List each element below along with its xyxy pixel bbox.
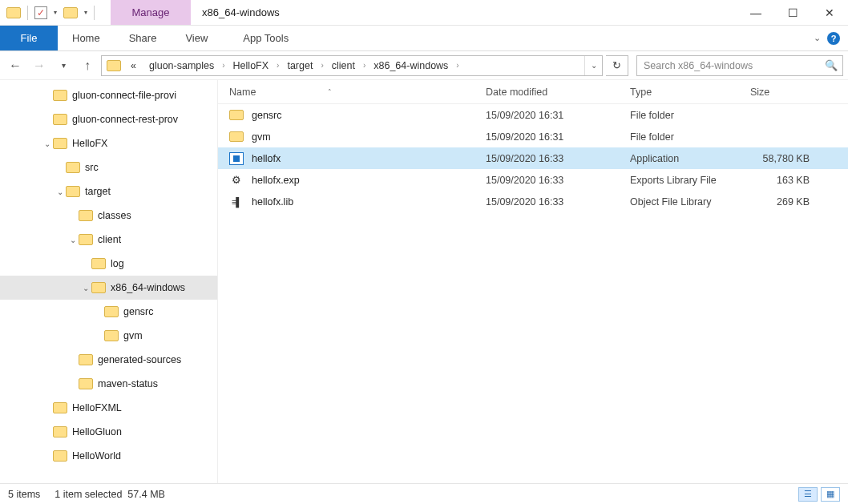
tree-node-label: target [85,186,111,197]
column-name[interactable]: Name ˄ [229,87,486,98]
file-row[interactable]: gensrc15/09/2020 16:31File folder [218,104,848,126]
back-button[interactable]: ← [5,55,26,76]
qat-properties-icon[interactable]: ✓ [34,6,47,19]
status-item-count: 5 items [8,489,40,500]
file-type: File folder [630,131,750,143]
search-input[interactable] [642,59,825,72]
manage-tab[interactable]: Manage [111,0,191,25]
tree-node[interactable]: ⌄target [0,179,217,204]
tree-node[interactable]: generated-sources [0,348,217,372]
file-pane: Name ˄ Date modified Type Size gensrc15/… [218,80,848,483]
file-name: hellofx [252,153,281,164]
column-date[interactable]: Date modified [486,87,630,98]
share-tab[interactable]: Share [115,26,172,50]
app-icon [229,152,244,165]
status-bar: 5 items 1 item selected 57.4 MB ☰ ▦ [0,483,848,504]
search-icon[interactable]: 🔍 [825,59,838,71]
minimize-button[interactable]: — [737,0,774,25]
tree-node[interactable]: gvm [0,324,217,348]
crumb-overflow[interactable]: « [124,56,143,75]
file-size: 163 KB [750,175,813,186]
file-row[interactable]: gvm15/09/2020 16:31File folder [218,126,848,147]
search-box[interactable]: 🔍 [636,55,843,76]
chevron-right-icon[interactable]: › [275,61,281,70]
help-icon[interactable]: ? [827,32,840,45]
chevron-right-icon[interactable]: › [454,61,460,70]
ribbon-right: ⌄ ? [806,26,848,50]
tree-node[interactable]: classes [0,204,217,228]
file-list[interactable]: gensrc15/09/2020 16:31File foldergvm15/0… [218,104,848,483]
folder-icon [79,234,93,245]
tree-node[interactable]: maven-status [0,372,217,396]
tree-node-label: gluon-connect-file-provi [72,90,176,101]
file-size: 269 KB [750,196,813,208]
folder-icon [107,60,121,71]
chevron-right-icon[interactable]: › [220,61,226,70]
file-type: Application [630,153,750,164]
file-tab[interactable]: File [0,26,58,50]
file-type: Object File Library [630,196,750,208]
tree-node-label: HelloFX [72,138,107,149]
file-row[interactable]: ≡▌hellofx.lib15/09/2020 16:33Object File… [218,191,848,212]
details-view-button[interactable]: ☰ [798,487,818,502]
folder-icon [53,450,67,462]
breadcrumb[interactable]: gluon-samples [143,56,220,75]
tree-node[interactable]: gluon-connect-file-provi [0,83,217,107]
address-bar[interactable]: « gluon-samples› HelloFX› target› client… [101,55,603,76]
tree-node-label: log [111,258,124,269]
tree-node[interactable]: log [0,252,217,276]
chevron-down-icon[interactable]: ▾ [84,9,87,16]
tree-expander-icon[interactable]: ⌄ [80,284,91,292]
breadcrumb[interactable]: target [281,56,319,75]
thumbnails-view-button[interactable]: ▦ [821,487,840,502]
chevron-right-icon[interactable]: › [361,61,367,70]
folder-icon[interactable] [63,7,78,18]
breadcrumb[interactable]: x86_64-windows [367,56,454,75]
column-name-label: Name [229,87,256,98]
tree-expander-icon[interactable]: ⌄ [67,236,79,244]
tree-expander-icon[interactable]: ⌄ [55,187,66,196]
file-type: Exports Library File [630,175,750,186]
file-row[interactable]: ⚙hellofx.exp15/09/2020 16:33Exports Libr… [218,169,848,191]
tree-node[interactable]: HelloGluon [0,420,217,444]
address-dropdown-icon[interactable]: ⌄ [584,56,602,75]
apptools-tab[interactable]: App Tools [230,26,301,50]
tree-node[interactable]: HelloWorld [0,444,217,468]
chevron-right-icon[interactable]: › [319,61,325,70]
file-size: 58,780 KB [750,153,813,164]
folder-icon[interactable] [6,7,21,18]
tree-expander-icon[interactable]: ⌄ [42,139,53,148]
folder-icon [104,306,119,317]
file-row[interactable]: hellofx15/09/2020 16:33Application58,780… [218,147,848,169]
tree-node-label: HelloWorld [72,450,121,462]
home-tab[interactable]: Home [58,26,115,50]
close-button[interactable]: ✕ [811,0,848,25]
breadcrumb[interactable]: client [325,56,361,75]
folder-icon [66,162,80,173]
recent-locations-icon[interactable]: ▾ [53,55,74,76]
tree-node-label: HelloGluon [72,426,122,437]
tree-node[interactable]: ⌄HelloFX [0,131,217,155]
tree-node[interactable]: gensrc [0,300,217,324]
folder-icon [79,378,93,389]
lib-icon: ≡▌ [229,196,244,208]
column-size[interactable]: Size [750,87,848,98]
expand-ribbon-icon[interactable]: ⌄ [814,33,821,43]
column-type[interactable]: Type [630,87,750,98]
tree-node[interactable]: src [0,155,217,179]
tree-node-label: classes [98,210,131,221]
tree-node[interactable]: HelloFXML [0,396,217,420]
tree-node[interactable]: ⌄client [0,228,217,252]
up-button[interactable]: ↑ [77,55,98,76]
folder-tree[interactable]: gluon-connect-file-provigluon-connect-re… [0,80,218,483]
forward-button[interactable]: → [29,55,50,76]
tree-node[interactable]: gluon-connect-rest-prov [0,107,217,131]
tree-node-label: maven-status [98,378,158,389]
maximize-button[interactable]: ☐ [774,0,811,25]
chevron-down-icon[interactable]: ▾ [54,9,57,16]
breadcrumb[interactable]: HelloFX [227,56,275,75]
tree-node[interactable]: ⌄x86_64-windows [0,276,217,300]
divider [94,6,95,20]
view-tab[interactable]: View [171,26,222,50]
refresh-button[interactable]: ↻ [606,55,628,76]
